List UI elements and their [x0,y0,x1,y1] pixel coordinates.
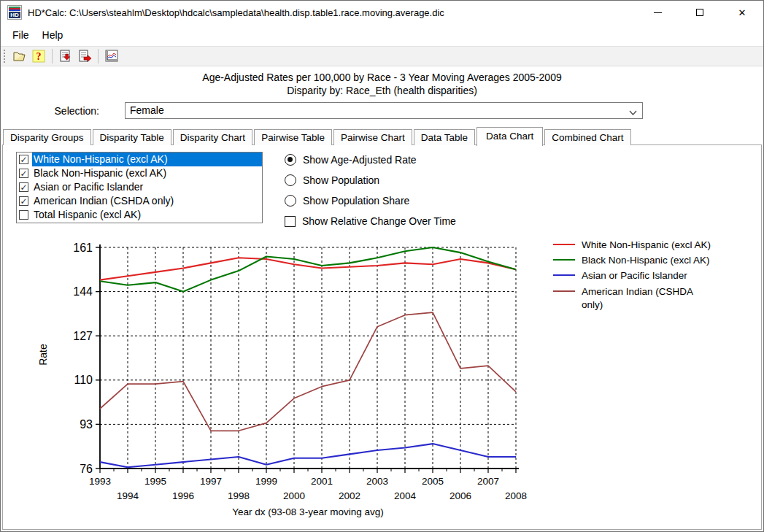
menu-item-help[interactable]: Help [36,26,70,44]
export-report-button[interactable] [76,47,93,65]
x-tick-label: 2000 [283,490,305,501]
x-tick-label: 2007 [477,476,499,487]
y-axis-title: Rate [37,344,49,366]
legend-label: Asian or Pacific Islander [582,269,687,282]
toolbar: ? [1,46,763,66]
menu-item-file[interactable]: File [6,26,36,44]
y-tick-label: 76 [80,463,93,475]
minimize-button[interactable] [636,1,679,24]
x-tick-label: 1998 [228,490,250,501]
checkbox-show-relative-change-over-time[interactable]: Show Relative Change Over Time [285,214,456,228]
group-label: American Indian (CSHDA only) [32,194,262,208]
x-tick-label: 1994 [117,490,139,501]
radio-show-age-adjusted-rate[interactable]: Show Age-Adjusted Rate [285,153,417,167]
chart-options-button[interactable] [103,47,120,65]
x-axis-title: Year dx (93-08 3-year moving avg) [232,506,383,517]
x-tick-label: 2002 [339,490,360,501]
checkbox-label: Show Relative Change Over Time [302,215,456,227]
series-white-non-hispanic-excl-ak [100,258,516,280]
chart-options-icon [104,49,119,63]
app-icon: HD [7,5,22,20]
chart-legend: White Non-Hispanic (excl AK)Black Non-Hi… [553,239,744,314]
legend-label: White Non-Hispanic (excl AK) [582,239,711,252]
legend-entry: Asian or Pacific Islander [553,269,744,282]
checked-checkbox-icon[interactable]: ✓ [19,169,28,178]
legend-label: Black Non-Hispanic (excl AK) [582,254,710,267]
radio-label: Show Population Share [303,195,409,207]
radio-icon[interactable] [285,174,296,186]
legend-line-swatch [553,244,575,245]
maximize-button[interactable] [679,1,721,24]
y-tick-label: 144 [73,285,93,298]
unchecked-checkbox-icon[interactable] [19,210,28,220]
group-list-item[interactable]: ✓Black Non-Hispanic (excl AK) [17,166,262,180]
x-tick-label: 1995 [144,476,166,487]
radio-selected-icon[interactable] [285,154,296,166]
legend-entry: White Non-Hispanic (excl AK) [553,239,744,252]
legend-entry: American Indian (CSHDA only) [553,285,744,312]
x-tick-label: 1999 [255,476,277,487]
radio-label: Show Age-Adjusted Rate [303,154,417,166]
x-tick-label: 1997 [200,476,222,487]
tab-disparity-groups[interactable]: Disparity Groups [3,129,91,145]
tab-disparity-chart[interactable]: Disparity Chart [173,129,252,145]
selection-label: Selection: [30,105,99,117]
export-table-button[interactable] [57,47,74,65]
app-icon-hd-text: HD [9,12,20,18]
legend-entry: Black Non-Hispanic (excl AK) [553,254,744,267]
group-list-item[interactable]: ✓Asian or Pacific Islander [17,180,262,194]
group-label: Black Non-Hispanic (excl AK) [32,166,262,180]
x-tick-label: 2008 [505,490,527,501]
y-tick-label: 161 [73,242,93,254]
minimize-icon [654,12,662,13]
y-tick-label: 93 [80,418,93,431]
chevron-down-icon [629,106,637,121]
menu-bar: File Help [1,24,763,46]
group-label: Total Hispanic (excl AK) [32,208,262,222]
unchecked-checkbox-icon[interactable] [285,216,296,227]
y-tick-label: 127 [73,330,93,342]
svg-text:?: ? [36,51,42,62]
maximize-icon [696,9,703,16]
checked-checkbox-icon[interactable]: ✓ [19,196,28,206]
open-file-button[interactable] [11,47,28,65]
legend-line-swatch [553,290,575,292]
radio-icon[interactable] [285,195,296,207]
tab-data-chart[interactable]: Data Chart [476,127,543,146]
checked-checkbox-icon[interactable]: ✓ [19,155,28,164]
x-tick-label: 2003 [366,476,388,487]
close-button[interactable]: ✕ [721,1,763,24]
app-window: HD HD*Calc: C:\Users\steahlm\Desktop\hdc… [0,0,764,532]
tab-bar: Disparity GroupsDisparity TableDisparity… [3,128,761,145]
tab-combined-chart[interactable]: Combined Chart [544,129,630,145]
legend-line-swatch [553,259,575,261]
tab-pairwise-chart[interactable]: Pairwise Chart [333,129,412,145]
x-tick-label: 1993 [89,476,111,487]
legend-label: American Indian (CSHDA only) [582,285,711,312]
legend-line-swatch [553,274,575,276]
title-bar: HD HD*Calc: C:\Users\steahlm\Desktop\hdc… [1,1,763,24]
window-title: HD*Calc: C:\Users\steahlm\Desktop\hdcalc… [28,7,444,18]
series-black-non-hispanic-excl-ak [100,247,516,292]
checked-checkbox-icon[interactable]: ✓ [19,182,28,192]
export-table-icon [58,49,73,63]
open-folder-icon [12,49,27,63]
group-listbox: ✓White Non-Hispanic (excl AK)✓Black Non-… [16,152,263,223]
help-button[interactable]: ? [30,47,47,65]
x-tick-label: 2005 [422,476,444,487]
radio-show-population-share[interactable]: Show Population Share [285,193,409,208]
radio-show-population[interactable]: Show Population [285,173,379,188]
group-list-item[interactable]: Total Hispanic (excl AK) [17,208,262,222]
x-tick-label: 2001 [311,476,333,487]
group-list-item[interactable]: ✓American Indian (CSHDA only) [17,194,262,208]
group-list-item[interactable]: ✓White Non-Hispanic (excl AK) [17,153,262,166]
toolbar-grip[interactable] [3,49,7,63]
chart-heading-line2: Disparity by: Race_Eth (health dispariti… [1,85,763,96]
tab-data-table[interactable]: Data Table [414,129,475,145]
tab-disparity-table[interactable]: Disparity Table [93,129,171,145]
toolbar-separator [52,49,53,63]
selection-dropdown[interactable]: Female [125,102,643,119]
series-american-indian-cshda-only [100,312,516,431]
tab-pairwise-table[interactable]: Pairwise Table [254,129,332,145]
chart-panel: 7693110127144161199319941995199619971998… [15,231,752,525]
